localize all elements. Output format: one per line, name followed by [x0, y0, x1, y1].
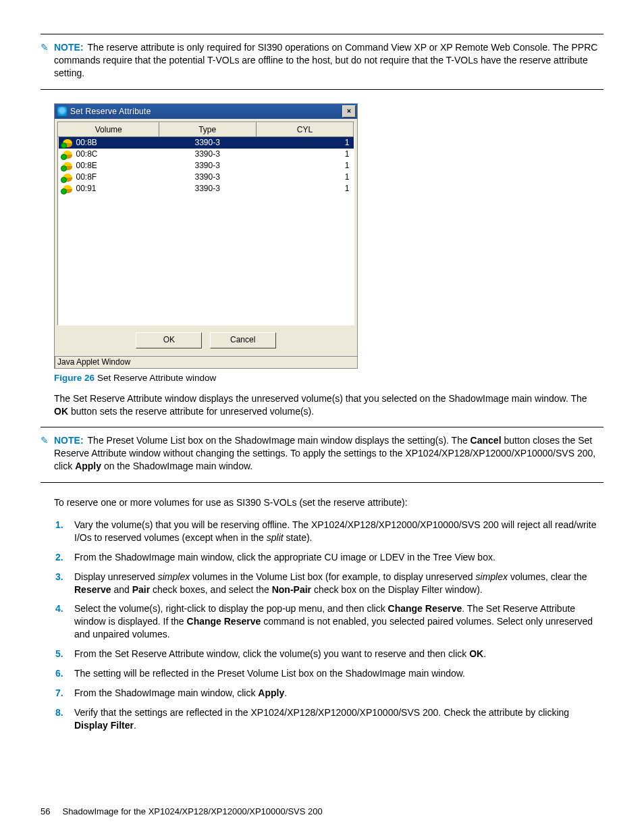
col-cyl[interactable]: CYL — [256, 122, 353, 136]
disk-icon — [63, 151, 72, 159]
note-label: NOTE: — [54, 435, 84, 446]
cancel-button[interactable]: Cancel — [210, 332, 276, 348]
step-3: Display unreserved simplex volumes in th… — [72, 571, 603, 596]
col-volume[interactable]: Volume — [59, 122, 159, 136]
window-title: Set Reserve Attribute — [70, 107, 341, 116]
set-reserve-attribute-window: Set Reserve Attribute × Volume Type CYL … — [54, 103, 358, 369]
note-icon: ✎ — [41, 43, 50, 52]
step-8: Verify that the settings are reflected i… — [72, 706, 603, 732]
page: ✎ NOTE:The reserve attribute is only req… — [0, 0, 644, 834]
disk-icon — [63, 185, 72, 193]
volume-table-wrap: Volume Type CYL 00:8B 3390-3 1 00:8C — [57, 122, 354, 325]
app-icon — [57, 107, 67, 116]
disk-icon — [63, 162, 72, 170]
note-label: NOTE: — [54, 42, 84, 53]
close-icon[interactable]: × — [342, 105, 356, 118]
button-row: OK Cancel — [55, 328, 357, 355]
table-row[interactable]: 00:8F 3390-3 1 — [59, 172, 354, 183]
note-text: The reserve attribute is only required f… — [54, 42, 597, 78]
status-bar: Java Applet Window — [55, 355, 357, 368]
col-type[interactable]: Type — [159, 122, 256, 136]
titlebar: Set Reserve Attribute × — [55, 104, 357, 119]
paragraph-after-figure: The Set Reserve Attribute window display… — [54, 392, 603, 418]
ok-button[interactable]: OK — [136, 332, 202, 348]
disk-icon — [63, 139, 72, 147]
note-block-1: ✎ NOTE:The reserve attribute is only req… — [41, 34, 603, 90]
disk-icon — [63, 174, 72, 182]
steps-list: Vary the volume(s) that you will be rese… — [54, 519, 603, 732]
figure-number: Figure 26 — [54, 373, 95, 383]
table-row[interactable]: 00:8B 3390-3 1 — [59, 136, 354, 149]
step-1: Vary the volume(s) that you will be rese… — [72, 519, 603, 544]
table-row[interactable]: 00:8C 3390-3 1 — [59, 149, 354, 160]
doc-title: ShadowImage for the XP1024/XP128/XP12000… — [62, 806, 322, 816]
figure-text: Set Reserve Attribute window — [97, 373, 216, 383]
note-block-2: ✎ NOTE:The Preset Volume List box on the… — [41, 427, 603, 483]
page-footer: 56 ShadowImage for the XP1024/XP128/XP12… — [41, 806, 603, 816]
note-icon: ✎ — [41, 436, 50, 445]
step-2: From the ShadowImage main window, click … — [72, 551, 603, 564]
step-4: Select the volume(s), right-click to dis… — [72, 602, 603, 641]
page-number: 56 — [41, 806, 50, 816]
table-row[interactable]: 00:8E 3390-3 1 — [59, 160, 354, 172]
step-7: From the ShadowImage main window, click … — [72, 687, 603, 700]
step-5: From the Set Reserve Attribute window, c… — [72, 648, 603, 660]
step-6: The setting will be reflected in the Pre… — [72, 667, 603, 680]
volume-table[interactable]: Volume Type CYL 00:8B 3390-3 1 00:8C — [58, 122, 354, 194]
table-row[interactable]: 00:91 3390-3 1 — [59, 183, 354, 194]
figure-caption: Figure 26Set Reserve Attribute window — [54, 373, 603, 383]
intro-paragraph: To reserve one or more volumes for use a… — [54, 496, 603, 509]
